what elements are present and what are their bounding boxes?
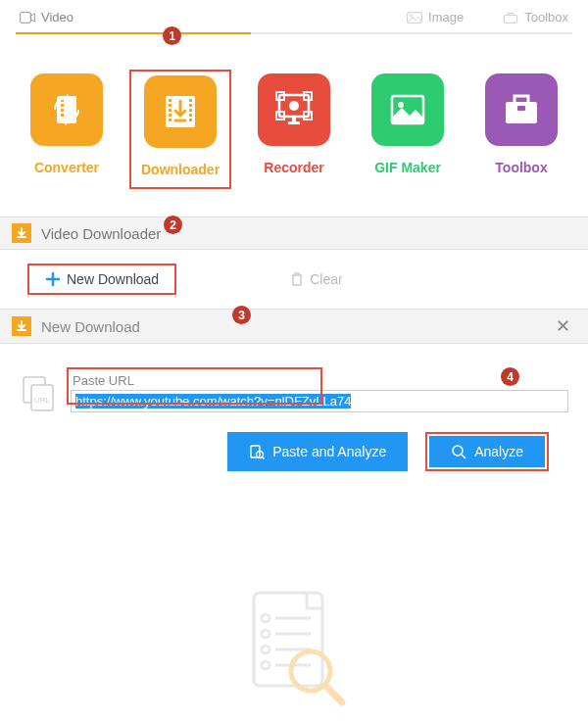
tool-recorder-label: Recorder <box>264 160 323 175</box>
svg-rect-42 <box>254 593 322 686</box>
svg-line-39 <box>263 457 265 459</box>
placeholder-area <box>0 485 588 721</box>
top-tabs: Video Image Toolbox <box>0 0 588 32</box>
tab-image-label: Image <box>428 10 464 24</box>
gifmaker-icon <box>371 73 444 146</box>
svg-rect-6 <box>61 104 64 107</box>
section-icon <box>12 223 31 243</box>
svg-rect-1 <box>408 12 422 23</box>
section-title: Video Downloader <box>41 225 161 242</box>
toolbox-icon <box>503 12 518 24</box>
new-download-label: New Download <box>67 271 159 287</box>
action-row: New Download Clear <box>0 250 588 309</box>
image-icon <box>407 12 422 24</box>
tab-video-label: Video <box>41 10 74 24</box>
svg-rect-13 <box>169 114 172 117</box>
svg-rect-33 <box>517 106 525 111</box>
url-label: Paste URL <box>71 373 568 388</box>
paste-icon <box>249 444 265 459</box>
step-badge-3: 3 <box>232 306 251 324</box>
new-download-button[interactable]: New Download <box>27 264 176 295</box>
section-header: Video Downloader <box>0 216 588 250</box>
tool-downloader[interactable]: Downloader <box>129 70 231 189</box>
paste-analyze-label: Paste and Analyze <box>272 444 386 459</box>
step-badge-4: 4 <box>501 367 519 386</box>
svg-point-30 <box>398 102 404 108</box>
video-icon <box>20 12 35 24</box>
tool-toolbox-label: Toolbox <box>495 160 547 175</box>
svg-point-49 <box>262 661 270 669</box>
tab-toolbox[interactable]: Toolbox <box>503 10 568 24</box>
document-search-icon <box>230 583 358 710</box>
dialog-header: New Download ✕ <box>0 309 588 344</box>
analyze-button[interactable]: Analyze <box>429 436 545 467</box>
recorder-icon <box>258 73 330 146</box>
converter-icon <box>30 73 103 146</box>
tool-converter[interactable]: Converter <box>16 70 118 189</box>
step-badge-1: 1 <box>163 26 181 45</box>
svg-rect-3 <box>505 15 517 23</box>
svg-point-47 <box>262 646 270 653</box>
plus-icon <box>45 271 61 287</box>
tab-video[interactable]: Video <box>20 10 74 24</box>
url-input[interactable]: https://www.youtube.com/watch?v=nlDFZvLL… <box>71 390 568 412</box>
svg-point-40 <box>453 446 463 456</box>
svg-text:URL: URL <box>34 396 51 405</box>
paste-analyze-button[interactable]: Paste and Analyze <box>227 432 408 471</box>
tool-grid: Converter Downloader Recorder GIF Maker … <box>0 34 588 216</box>
close-icon[interactable]: ✕ <box>550 315 576 337</box>
search-icon <box>451 444 466 459</box>
svg-rect-14 <box>169 119 172 121</box>
dialog-icon <box>12 316 31 336</box>
svg-rect-17 <box>189 109 192 112</box>
clear-label: Clear <box>310 271 342 287</box>
svg-rect-0 <box>21 12 31 23</box>
tool-gifmaker-label: GIF Maker <box>374 160 441 175</box>
tool-toolbox[interactable]: Toolbox <box>470 70 572 189</box>
tab-underline <box>16 32 572 34</box>
svg-rect-12 <box>169 109 172 112</box>
svg-rect-10 <box>169 99 172 102</box>
step-badge-2: 2 <box>164 216 182 234</box>
svg-line-41 <box>462 455 466 458</box>
analyze-label: Analyze <box>474 444 523 459</box>
tab-image[interactable]: Image <box>407 10 464 24</box>
svg-point-43 <box>262 614 270 622</box>
clear-button[interactable]: Clear <box>274 264 358 295</box>
toolbox-card-icon <box>485 73 558 146</box>
svg-rect-28 <box>292 117 296 122</box>
svg-rect-18 <box>189 114 192 117</box>
downloader-icon <box>144 75 217 148</box>
svg-rect-19 <box>189 119 192 121</box>
url-area: URL Paste URL https://www.youtube.com/wa… <box>0 344 588 426</box>
tool-recorder[interactable]: Recorder <box>243 70 345 189</box>
tool-gifmaker[interactable]: GIF Maker <box>357 70 459 189</box>
svg-point-45 <box>262 630 270 638</box>
tab-toolbox-label: Toolbox <box>524 10 568 24</box>
svg-point-2 <box>410 14 413 17</box>
svg-rect-11 <box>169 104 172 107</box>
tool-converter-label: Converter <box>34 160 99 175</box>
trash-icon <box>290 271 304 287</box>
svg-point-26 <box>289 101 299 111</box>
url-file-icon: URL <box>20 373 59 412</box>
svg-rect-15 <box>189 99 192 102</box>
svg-rect-7 <box>61 109 64 112</box>
svg-line-52 <box>325 686 342 702</box>
svg-rect-16 <box>189 104 192 107</box>
button-row: Paste and Analyze Analyze <box>0 426 588 485</box>
tool-downloader-label: Downloader <box>141 162 220 177</box>
svg-rect-8 <box>61 114 64 117</box>
dialog-title: New Download <box>41 318 140 335</box>
